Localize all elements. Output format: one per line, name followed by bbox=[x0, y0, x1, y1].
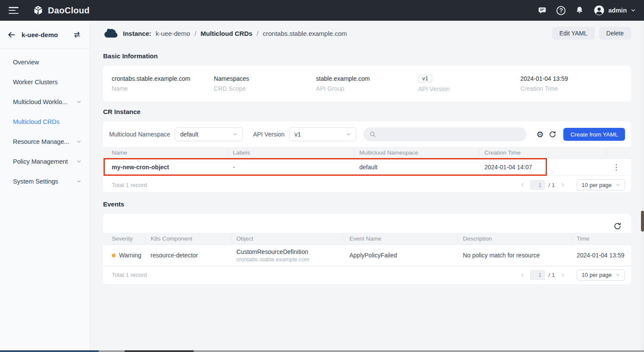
edit-yaml-button[interactable]: Edit YAML bbox=[552, 27, 595, 40]
cr-instance-title: CR Instance bbox=[103, 108, 631, 115]
chevron-down-icon bbox=[615, 182, 621, 188]
description-cell: No policy match for resource bbox=[458, 252, 572, 259]
column-header: Multicloud Namespace bbox=[354, 149, 479, 157]
events-refresh-icon[interactable] bbox=[611, 222, 624, 230]
sidebar-item-multicloud-workloads[interactable]: Multicloud Worklo... bbox=[0, 92, 90, 112]
event-name-cell: ApplyPolicyFailed bbox=[344, 252, 458, 259]
chevron-down-icon bbox=[76, 178, 82, 184]
column-header: K8s Component bbox=[145, 235, 231, 243]
cloud-icon bbox=[103, 27, 119, 40]
crd-scope-value: Namespaces bbox=[214, 75, 316, 82]
search-input[interactable] bbox=[380, 131, 521, 138]
search-icon bbox=[369, 131, 376, 138]
chevron-down-icon bbox=[615, 272, 621, 278]
column-header: Labels bbox=[228, 149, 354, 157]
main-content: Instance: k-uee-demo / Multicloud CRDs /… bbox=[90, 21, 644, 352]
breadcrumb: Instance: k-uee-demo / Multicloud CRDs /… bbox=[103, 21, 631, 46]
search-box[interactable] bbox=[363, 127, 527, 141]
column-header: Event Name bbox=[344, 235, 458, 243]
prev-page-icon[interactable] bbox=[518, 272, 526, 278]
back-arrow-icon[interactable] bbox=[6, 29, 17, 40]
cluster-name: k-uee-demo bbox=[22, 31, 67, 38]
sidebar-item-system-settings[interactable]: System Settings bbox=[0, 171, 90, 191]
sidebar-item-resource-management[interactable]: Resource Manage... bbox=[0, 132, 90, 152]
column-header: Time bbox=[572, 235, 631, 243]
create-from-yaml-button[interactable]: Create from YAML bbox=[563, 128, 625, 141]
events-pagination: Total 1 record 1 / 1 10 per page bbox=[103, 266, 631, 283]
username: admin bbox=[608, 7, 627, 14]
help-icon[interactable]: ? bbox=[556, 6, 565, 15]
object-cell: CustomResourceDefinition crontabs.stable… bbox=[231, 248, 344, 263]
basic-information-title: Basic Information bbox=[103, 52, 631, 60]
events-table-header: Severity K8s Component Object Event Name… bbox=[103, 233, 631, 245]
sidebar: k-uee-demo Overview Worker Clusters Mult… bbox=[0, 21, 90, 352]
chevron-down-icon bbox=[76, 139, 82, 145]
warning-dot-icon bbox=[112, 254, 116, 257]
chevron-down-icon bbox=[346, 131, 352, 137]
column-header: Description bbox=[458, 235, 572, 243]
refresh-icon[interactable] bbox=[546, 130, 559, 138]
daocloud-logo-icon bbox=[32, 5, 44, 16]
api-version-badge: v1 bbox=[418, 75, 432, 82]
sidebar-item-worker-clusters[interactable]: Worker Clusters bbox=[0, 72, 90, 92]
severity-cell: Warning bbox=[103, 252, 145, 259]
crumb-cluster[interactable]: k-uee-demo bbox=[156, 30, 190, 37]
page-input[interactable]: 1 bbox=[530, 270, 545, 280]
sidebar-item-policy-management[interactable]: Policy Management bbox=[0, 152, 90, 171]
messages-icon[interactable] bbox=[537, 6, 547, 15]
hamburger-menu-icon[interactable] bbox=[9, 7, 19, 14]
chevron-down-icon bbox=[630, 7, 636, 13]
scrollbar[interactable] bbox=[641, 21, 644, 352]
cr-pagination: Total 1 record 1 / 1 10 per page bbox=[103, 176, 631, 194]
crumb-multicloud-crds[interactable]: Multicloud CRDs bbox=[201, 30, 252, 37]
crumb-current: crontabs.stable.example.com bbox=[263, 30, 347, 37]
delete-button[interactable]: Delete bbox=[599, 27, 631, 40]
column-header: Name bbox=[103, 149, 228, 157]
user-menu[interactable]: admin bbox=[594, 5, 636, 16]
avatar-icon bbox=[594, 5, 605, 16]
cr-namespace-cell: default bbox=[354, 164, 479, 171]
column-header-actions bbox=[606, 149, 631, 157]
event-row: Warning resource-detector CustomResource… bbox=[103, 245, 631, 266]
sidebar-item-overview[interactable]: Overview bbox=[0, 52, 90, 72]
brand-logo[interactable]: DaoCloud bbox=[32, 5, 90, 16]
component-cell: resource-detector bbox=[145, 252, 231, 259]
row-actions-kebab-icon[interactable]: ⋮ bbox=[613, 163, 620, 172]
prev-page-icon[interactable] bbox=[518, 182, 526, 188]
cr-instance-card: Multicloud Namespace default API Version… bbox=[103, 121, 631, 192]
column-header: Object bbox=[231, 235, 344, 243]
time-cell: 2024-01-04 13:59 bbox=[572, 252, 631, 259]
page-input[interactable]: 1 bbox=[530, 180, 545, 190]
api-group-value: stable.example.com bbox=[316, 75, 418, 82]
next-page-icon[interactable] bbox=[559, 182, 567, 188]
basic-information-card: crontabs.stable.example.com Name Namespa… bbox=[103, 66, 631, 101]
api-version-select[interactable]: v1 bbox=[289, 127, 356, 141]
events-title: Events bbox=[103, 200, 631, 208]
creation-time-value: 2024-01-04 13:59 bbox=[520, 75, 622, 82]
events-card: Severity K8s Component Object Event Name… bbox=[103, 214, 631, 284]
notifications-bell-icon[interactable] bbox=[575, 6, 584, 15]
cr-name-cell[interactable]: my-new-cron-object bbox=[103, 164, 228, 171]
table-row[interactable]: my-new-cron-object - default 2024-01-04 … bbox=[103, 159, 631, 176]
page-size-select[interactable]: 10 per page bbox=[577, 179, 625, 190]
column-header: Creation Time bbox=[479, 149, 606, 157]
next-page-icon[interactable] bbox=[559, 272, 567, 278]
chevron-down-icon bbox=[232, 131, 238, 137]
cr-table-header: Name Labels Multicloud Namespace Creatio… bbox=[103, 147, 631, 159]
chevron-down-icon bbox=[76, 159, 82, 165]
settings-gear-icon[interactable]: ⚙ bbox=[534, 130, 546, 139]
chevron-down-icon bbox=[76, 99, 82, 105]
crd-name-value: crontabs.stable.example.com bbox=[112, 75, 214, 82]
page-size-select[interactable]: 10 per page bbox=[577, 270, 625, 281]
cr-labels-cell: - bbox=[228, 164, 354, 171]
scrollbar-thumb[interactable] bbox=[641, 211, 644, 231]
topbar: DaoCloud ? bbox=[0, 0, 644, 21]
brand-name: DaoCloud bbox=[48, 6, 90, 16]
window-bottom-edge bbox=[0, 350, 644, 352]
switch-cluster-icon[interactable] bbox=[72, 30, 82, 40]
sidebar-item-multicloud-crds[interactable]: Multicloud CRDs bbox=[0, 112, 90, 132]
namespace-select[interactable]: default bbox=[175, 127, 243, 141]
divider bbox=[0, 48, 90, 49]
column-header: Severity bbox=[103, 235, 145, 243]
instance-label: Instance: bbox=[123, 30, 151, 37]
